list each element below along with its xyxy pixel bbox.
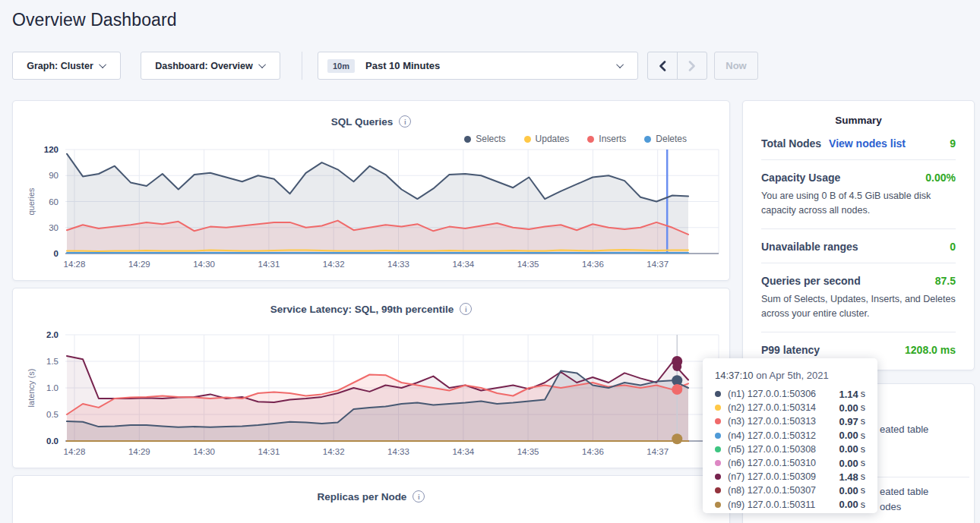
legend-label: Inserts — [599, 134, 626, 144]
sql-queries-legend: SelectsUpdatesInsertsDeletes — [25, 133, 717, 145]
latency-unit: s — [861, 430, 865, 441]
total-nodes-label: Total Nodes — [761, 137, 821, 150]
x-tick-label: 14:31 — [258, 260, 280, 269]
summary-row-total-nodes: Total Nodes View nodes list 9 — [761, 126, 956, 160]
node-address: (n5) 127.0.0.1:50308 — [728, 444, 839, 455]
info-icon[interactable]: i — [399, 115, 411, 128]
x-tick-label: 14:29 — [128, 447, 150, 456]
time-range-picker[interactable]: 10m Past 10 Minutes — [318, 52, 638, 80]
x-tick-label: 14:37 — [646, 447, 669, 456]
x-tick-label: 14:30 — [193, 260, 215, 269]
event-item-text[interactable]: eated table — [880, 424, 928, 435]
latency-value: 0.00 — [839, 458, 858, 469]
x-tick-label: 14:34 — [452, 260, 474, 269]
capacity-label: Capacity Usage — [761, 172, 840, 184]
chart-title: SQL Queries — [331, 116, 394, 128]
y-tick-label: 60 — [49, 197, 58, 206]
time-next-button[interactable] — [677, 52, 707, 80]
x-tick-label: 14:35 — [517, 447, 539, 456]
event-item-text[interactable]: odes — [880, 501, 901, 512]
y-tick-label: 1.0 — [46, 383, 58, 392]
x-tick-label: 14:36 — [582, 260, 604, 269]
latency-unit: s — [861, 416, 865, 427]
now-button[interactable]: Now — [714, 52, 758, 80]
service-latency-title-row: Service Latency: SQL, 99th percentile i — [25, 299, 717, 319]
graph-dropdown-label: Graph: Cluster — [27, 61, 93, 71]
tooltip-row: (n5) 127.0.0.1:503080.00s — [715, 443, 865, 456]
hover-point-dot — [672, 433, 682, 444]
series-dot — [715, 460, 721, 466]
unavailable-ranges-value: 0 — [950, 241, 956, 253]
legend-label: Selects — [476, 134, 505, 144]
legend-item-updates[interactable]: Updates — [524, 133, 570, 145]
latency-unit: s — [861, 389, 865, 399]
node-address: (n7) 127.0.0.1:50309 — [728, 471, 839, 482]
x-tick-label: 14:33 — [387, 447, 409, 456]
series-dot — [715, 391, 721, 397]
x-tick-label: 14:35 — [517, 260, 539, 269]
view-nodes-list-link[interactable]: View nodes list — [829, 137, 906, 150]
x-tick-label: 14:29 — [128, 260, 150, 269]
dashboard-dropdown[interactable]: Dashboard: Overview — [141, 52, 280, 80]
y-axis-label: latency (s) — [27, 369, 36, 408]
x-tick-label: 14:33 — [387, 260, 409, 269]
latency-value: 0.00 — [839, 485, 858, 496]
chevron-right-icon — [688, 61, 696, 71]
legend-dot — [464, 136, 471, 143]
summary-row-qps: Queries per second 87.5 Sum of Selects, … — [761, 263, 956, 332]
y-tick-label: 0 — [54, 249, 58, 258]
replicas-title-row: Replicas per Node i — [25, 487, 717, 506]
tooltip-row: (n7) 127.0.0.1:503091.48s — [715, 470, 865, 484]
legend-label: Deletes — [656, 134, 687, 144]
series-dot — [715, 502, 721, 508]
summary-row-unavailable: Unavailable ranges 0 — [761, 229, 956, 263]
chevron-left-icon — [659, 61, 666, 71]
time-prev-button[interactable] — [647, 52, 678, 80]
chart-title: Replicas per Node — [318, 491, 407, 503]
tooltip-row: (n3) 127.0.0.1:503130.97s — [715, 414, 865, 428]
x-tick-label: 14:34 — [452, 447, 474, 456]
info-icon[interactable]: i — [460, 303, 472, 315]
chevron-down-icon — [616, 61, 624, 68]
total-nodes-value: 9 — [950, 137, 956, 150]
sql-queries-chart[interactable]: 030609012014:2814:2914:3014:3114:3214:33… — [25, 145, 724, 269]
latency-value: 1.14 — [839, 389, 858, 400]
legend-item-selects[interactable]: Selects — [464, 133, 505, 145]
node-address: (n9) 127.0.0.1:50311 — [728, 499, 839, 510]
legend-item-deletes[interactable]: Deletes — [644, 133, 687, 145]
overview-dashboard-page: Overview Dashboard Graph: Cluster Dashbo… — [0, 0, 980, 523]
series-dot — [715, 446, 721, 452]
event-item-text[interactable]: eated table — [880, 486, 928, 497]
service-latency-chart[interactable]: 0.00.51.01.52.014:2814:2914:3014:3114:32… — [25, 328, 724, 457]
legend-item-inserts[interactable]: Inserts — [587, 133, 626, 145]
y-tick-label: 30 — [49, 223, 58, 232]
x-tick-label: 14:28 — [64, 447, 86, 456]
time-window-badge: 10m — [327, 59, 355, 73]
p99-latency-value: 1208.0 ms — [905, 344, 956, 356]
graph-dropdown[interactable]: Graph: Cluster — [12, 52, 121, 80]
latency-unit: s — [861, 402, 865, 413]
chart-tooltip: 14:37:10 on Apr 5th, 2021 (n1) 127.0.0.1… — [703, 358, 877, 513]
legend-label: Updates — [536, 134, 570, 144]
series-dot — [715, 474, 721, 480]
tooltip-row: (n2) 127.0.0.1:503140.00s — [715, 401, 865, 414]
tooltip-row: (n1) 127.0.0.1:503061.14s — [715, 387, 865, 401]
time-window-label: Past 10 Minutes — [365, 60, 440, 71]
node-address: (n3) 127.0.0.1:50313 — [728, 416, 839, 427]
chevron-down-icon — [258, 61, 266, 68]
replicas-per-node-card: Replicas per Node i — [12, 475, 730, 523]
summary-title: Summary — [761, 115, 956, 126]
sql-queries-card: SQL Queries i SelectsUpdatesInsertsDelet… — [12, 100, 730, 281]
summary-row-capacity: Capacity Usage 0.00% You are using 0 B o… — [761, 160, 956, 229]
y-tick-label: 1.5 — [46, 357, 58, 366]
x-tick-label: 14:31 — [258, 447, 280, 456]
latency-unit: s — [861, 444, 865, 455]
service-latency-card: Service Latency: SQL, 99th percentile i … — [12, 288, 730, 468]
node-address: (n8) 127.0.0.1:50307 — [728, 485, 839, 496]
qps-value: 87.5 — [935, 275, 956, 287]
latency-value: 1.48 — [839, 471, 858, 483]
latency-unit: s — [861, 499, 865, 510]
info-icon[interactable]: i — [413, 490, 425, 503]
controls-divider — [302, 52, 302, 80]
tooltip-row: (n6) 127.0.0.1:503100.00s — [715, 456, 865, 470]
